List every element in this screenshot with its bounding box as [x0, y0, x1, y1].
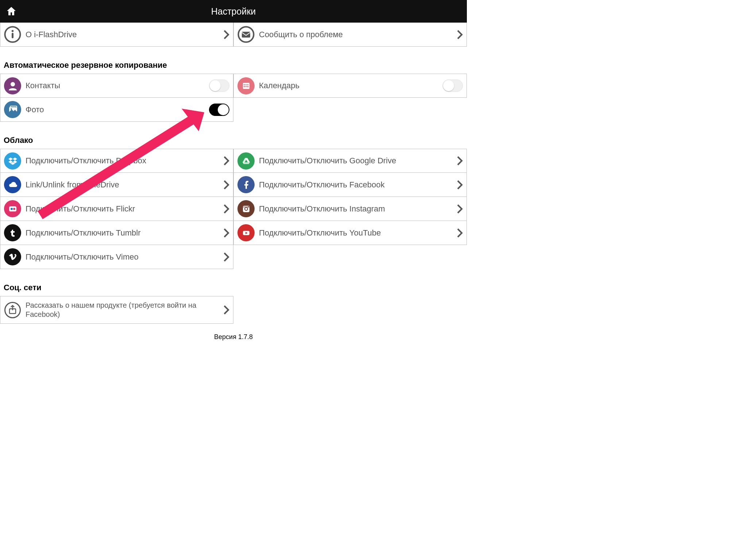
cloud-vimeo-label: Подключить/Отключить Vimeo: [26, 252, 224, 262]
cloud-flickr-label: Подключить/Отключить Flickr: [26, 204, 224, 214]
cloud-facebook-label: Подключить/Отключить Facebook: [259, 180, 457, 190]
cloud-dropbox-label: Подключить/Отключить Dropbox: [26, 156, 224, 166]
backup-photo-label: Фото: [26, 105, 209, 114]
mail-icon: [237, 26, 255, 43]
cloud-instagram-row[interactable]: Подключить/Отключить Instagram: [233, 197, 467, 221]
cloud-tumblr-label: Подключить/Отключить Tumblr: [26, 228, 224, 238]
cloud-section: Подключить/Отключить Dropbox Link/Unlink…: [0, 149, 467, 269]
photo-icon: [4, 101, 21, 118]
page-title: Настройки: [0, 6, 467, 17]
cloud-youtube-label: Подключить/Отключить YouTube: [259, 228, 457, 238]
social-section: Рассказать о нашем продукте (требуется в…: [0, 296, 467, 324]
chevron-right-icon: [224, 228, 229, 238]
chevron-right-icon: [224, 180, 229, 190]
svg-point-5: [11, 82, 15, 86]
svg-point-1: [12, 30, 14, 32]
svg-point-29: [245, 208, 247, 210]
cloud-facebook-row[interactable]: Подключить/Отключить Facebook: [233, 173, 467, 197]
svg-rect-12: [247, 84, 248, 85]
svg-rect-10: [244, 84, 245, 85]
tumblr-icon: [4, 224, 21, 241]
cloud-onedrive-row[interactable]: Link/Unlink from OneDrive: [0, 173, 233, 197]
svg-rect-14: [245, 86, 247, 87]
app-header: Настройки: [0, 0, 467, 23]
cloud-onedrive-label: Link/Unlink from OneDrive: [26, 180, 224, 190]
cloud-gdrive-row[interactable]: Подключить/Отключить Google Drive: [233, 149, 467, 173]
svg-rect-9: [243, 83, 249, 89]
backup-photo-toggle[interactable]: [209, 104, 229, 116]
dropbox-icon: [4, 152, 21, 170]
backup-photo-row: Фото: [0, 98, 233, 122]
chevron-right-icon: [224, 30, 229, 39]
svg-rect-4: [242, 32, 250, 38]
backup-contacts-row: Контакты: [0, 74, 233, 98]
svg-rect-13: [244, 86, 245, 87]
chevron-right-icon: [224, 305, 229, 315]
flickr-icon: [4, 200, 21, 217]
report-problem-label: Сообщить о проблеме: [259, 30, 457, 39]
share-icon: [4, 302, 21, 319]
svg-marker-17: [13, 158, 17, 160]
top-links: О i-FlashDrive Сообщить о проблеме: [0, 23, 467, 47]
svg-point-8: [11, 108, 12, 110]
section-title-cloud: Облако: [0, 122, 467, 149]
vimeo-icon: [4, 248, 21, 265]
cloud-vimeo-row[interactable]: Подключить/Отключить Vimeo: [0, 245, 233, 269]
svg-rect-11: [245, 84, 247, 85]
svg-rect-2: [12, 33, 13, 38]
svg-point-31: [248, 206, 249, 207]
contacts-icon: [4, 77, 21, 94]
onedrive-icon: [4, 176, 21, 193]
instagram-icon: [237, 200, 255, 217]
svg-marker-26: [244, 162, 250, 164]
chevron-right-icon: [457, 204, 463, 214]
backup-section: Контакты Фото Календарь: [0, 74, 467, 122]
about-row[interactable]: О i-FlashDrive: [0, 23, 233, 47]
chevron-right-icon: [224, 204, 229, 214]
cloud-flickr-row[interactable]: Подключить/Отключить Flickr: [0, 197, 233, 221]
calendar-icon: [237, 77, 255, 94]
social-share-row[interactable]: Рассказать о нашем продукте (требуется в…: [0, 296, 233, 324]
cloud-youtube-row[interactable]: Подключить/Отключить YouTube: [233, 221, 467, 245]
chevron-right-icon: [457, 156, 463, 166]
svg-point-23: [13, 208, 15, 210]
chevron-right-icon: [224, 156, 229, 166]
chevron-right-icon: [224, 252, 229, 262]
section-title-social: Соц. сети: [0, 269, 467, 296]
about-label: О i-FlashDrive: [26, 30, 224, 39]
gdrive-icon: [237, 152, 255, 170]
svg-rect-15: [247, 86, 248, 87]
info-icon: [4, 26, 21, 43]
svg-point-22: [11, 208, 13, 210]
svg-marker-16: [8, 158, 13, 160]
section-title-backup: Автоматическое резервное копирование: [0, 47, 467, 74]
backup-contacts-toggle[interactable]: [209, 79, 229, 92]
backup-calendar-label: Календарь: [259, 81, 442, 90]
cloud-gdrive-label: Подключить/Отключить Google Drive: [259, 156, 457, 166]
cloud-dropbox-row[interactable]: Подключить/Отключить Dropbox: [0, 149, 233, 173]
version-label: Версия 1.7.8: [0, 333, 467, 341]
chevron-right-icon: [457, 180, 463, 190]
youtube-icon: [237, 224, 255, 241]
backup-contacts-label: Контакты: [26, 81, 209, 90]
backup-calendar-toggle[interactable]: [442, 79, 463, 92]
home-icon: [6, 6, 17, 16]
report-problem-row[interactable]: Сообщить о проблеме: [233, 23, 467, 47]
facebook-icon: [237, 176, 255, 193]
social-share-label: Рассказать о нашем продукте (требуется в…: [26, 301, 224, 319]
cloud-tumblr-row[interactable]: Подключить/Отключить Tumblr: [0, 221, 233, 245]
backup-calendar-row: Календарь: [233, 74, 467, 98]
home-button[interactable]: [0, 0, 23, 23]
chevron-right-icon: [457, 228, 463, 238]
chevron-right-icon: [457, 30, 463, 39]
cloud-instagram-label: Подключить/Отключить Instagram: [259, 204, 457, 214]
